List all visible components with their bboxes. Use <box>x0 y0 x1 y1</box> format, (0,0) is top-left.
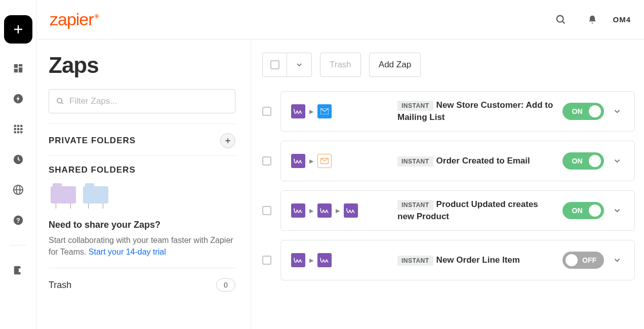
zap-checkbox[interactable] <box>262 156 271 166</box>
svg-rect-9 <box>20 125 22 127</box>
svg-line-25 <box>562 21 565 23</box>
zap-card[interactable]: ▶INSTANTOrder Created to EmailON <box>280 141 635 181</box>
select-all-group <box>262 53 312 77</box>
arrow-icon: ▶ <box>336 208 340 214</box>
chevron-down-icon <box>613 107 622 116</box>
svg-rect-11 <box>17 128 19 130</box>
instant-badge: INSTANT <box>397 101 433 111</box>
zap-name: New Order Line Item <box>436 255 520 265</box>
zap-row: ▶INSTANTOrder Created to EmailON <box>262 141 635 181</box>
add-folder-button[interactable] <box>220 133 235 148</box>
chevron-down-icon <box>613 156 622 166</box>
svg-text:?: ? <box>16 217 20 224</box>
dashboard-icon[interactable] <box>13 63 24 74</box>
zap-checkbox[interactable] <box>262 256 271 265</box>
zap-list: ▶INSTANTNew Store Customer: Add to Maili… <box>262 91 635 280</box>
nav-rail: ? <box>0 0 36 329</box>
private-folders-label: PRIVATE FOLDERS <box>49 136 136 146</box>
add-zap-button[interactable]: Add Zap <box>369 53 421 77</box>
trash-row[interactable]: Trash 0 <box>49 268 235 302</box>
topbar: zapier✳ OM4 <box>36 0 644 39</box>
help-icon[interactable]: ? <box>13 215 24 226</box>
zap-apps: ▶ <box>291 154 397 168</box>
zap-info: INSTANTNew Store Customer: Add to Mailin… <box>397 99 562 124</box>
svg-point-24 <box>557 15 564 22</box>
svg-rect-10 <box>14 128 16 130</box>
svg-rect-14 <box>17 131 19 133</box>
rail-separator <box>10 245 26 245</box>
svg-rect-4 <box>18 67 22 72</box>
zap-toggle[interactable]: ON <box>562 202 604 219</box>
zap-toggle[interactable]: ON <box>562 152 604 170</box>
toggle-label: ON <box>566 157 589 165</box>
zap-card[interactable]: ▶INSTANTNew Store Customer: Add to Maili… <box>280 91 635 132</box>
woo-icon <box>291 104 305 118</box>
zap-row: ▶INSTANTNew Order Line ItemOFF <box>262 240 635 280</box>
shared-folders-header: SHARED FOLDERS <box>49 155 235 182</box>
toolbar: Trash Add Zap <box>262 53 635 77</box>
start-trial-link[interactable]: Start your 14-day trial <box>89 248 166 256</box>
search-icon[interactable] <box>550 9 572 31</box>
explore-icon[interactable] <box>13 184 24 195</box>
toggle-knob <box>589 155 601 167</box>
svg-rect-12 <box>20 128 22 130</box>
mail-blue-icon <box>317 104 332 118</box>
user-avatar[interactable]: OM4 <box>613 15 631 24</box>
zap-name: Order Created to Email <box>436 156 530 166</box>
arrow-icon: ▶ <box>309 257 313 264</box>
zap-card[interactable]: ▶▶INSTANTProduct Updated creates new Pro… <box>280 190 635 231</box>
toggle-knob <box>566 254 578 266</box>
notifications-icon[interactable] <box>581 9 603 31</box>
expand-button[interactable] <box>610 206 624 215</box>
zap-apps: ▶ <box>291 253 397 267</box>
zap-row: ▶INSTANTNew Store Customer: Add to Maili… <box>262 91 635 132</box>
toggle-label: OFF <box>578 256 601 264</box>
trash-label: Trash <box>49 280 71 291</box>
instant-badge: INSTANT <box>397 200 433 210</box>
arrow-icon: ▶ <box>309 208 313 214</box>
svg-line-27 <box>61 102 63 104</box>
right-panel: Trash Add Zap ▶INSTANTNew Store Customer… <box>251 39 644 329</box>
zap-info: INSTANTNew Order Line Item <box>397 254 562 266</box>
toggle-knob <box>589 105 601 117</box>
zap-row: ▶▶INSTANTProduct Updated creates new Pro… <box>262 190 635 231</box>
zap-toggle[interactable]: OFF <box>562 252 604 269</box>
private-folders-header: PRIVATE FOLDERS <box>49 124 235 155</box>
expand-button[interactable] <box>610 107 624 116</box>
arrow-icon: ▶ <box>309 108 313 115</box>
instant-badge: INSTANT <box>397 256 433 266</box>
zap-info: INSTANTProduct Updated creates new Produ… <box>397 198 562 223</box>
share-heading: Need to share your Zaps? <box>49 220 235 230</box>
left-panel: Zaps PRIVATE FOLDERS SHARED FOLDERS <box>36 39 251 329</box>
filter-input-wrapper[interactable] <box>49 89 235 113</box>
svg-rect-23 <box>18 268 23 272</box>
history-icon[interactable] <box>13 154 24 165</box>
expand-button[interactable] <box>610 156 624 166</box>
svg-rect-5 <box>14 69 17 72</box>
chevron-down-icon <box>295 61 303 69</box>
zap-apps: ▶ <box>291 104 397 118</box>
zap-apps: ▶▶ <box>291 203 397 218</box>
instant-badge: INSTANT <box>397 156 433 167</box>
create-button[interactable] <box>4 15 32 44</box>
arrow-icon: ▶ <box>309 158 313 164</box>
filter-input[interactable] <box>69 96 228 106</box>
toggle-knob <box>589 204 601 217</box>
select-all-checkbox[interactable] <box>263 53 287 76</box>
bolt-icon[interactable] <box>13 93 24 104</box>
zap-checkbox[interactable] <box>262 107 271 116</box>
zap-checkbox[interactable] <box>262 206 271 215</box>
logo[interactable]: zapier✳ <box>50 10 100 29</box>
trash-button[interactable]: Trash <box>320 53 361 77</box>
toggle-label: ON <box>566 207 589 215</box>
zap-card[interactable]: ▶INSTANTNew Order Line ItemOFF <box>280 240 635 280</box>
trash-count: 0 <box>216 278 235 292</box>
exit-icon[interactable] <box>13 265 24 276</box>
svg-point-26 <box>57 98 62 103</box>
woo-icon <box>344 203 358 218</box>
select-dropdown[interactable] <box>287 53 311 76</box>
apps-icon[interactable] <box>13 124 24 135</box>
zap-toggle[interactable]: ON <box>562 103 604 120</box>
shared-folders-label: SHARED FOLDERS <box>49 165 136 175</box>
expand-button[interactable] <box>610 256 624 265</box>
